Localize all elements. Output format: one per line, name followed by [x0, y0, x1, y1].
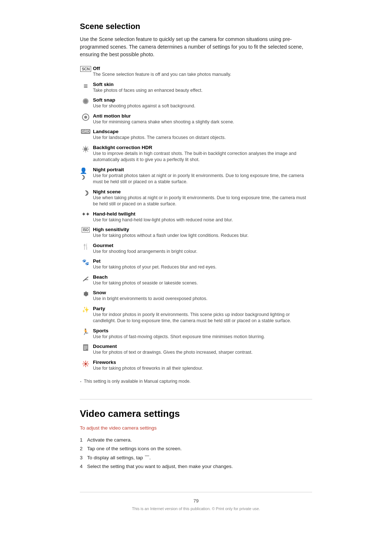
scene-item-backlight: Backlight correction HDR Use to improve …: [80, 145, 312, 163]
svg-line-25: [83, 361, 85, 362]
scene-desc-gourmet: Use for shooting food arrangements in br…: [93, 249, 312, 255]
svg-point-3: [84, 116, 87, 119]
scene-title-gourmet: Gourmet: [93, 243, 312, 248]
page-footer: 79 This is an Internet version of this p…: [80, 492, 312, 511]
scene-list: SCN Off The Scene selection feature is o…: [80, 66, 312, 372]
scene-icon-document: [80, 344, 91, 351]
svg-line-26: [87, 365, 88, 366]
scene-icon-soft-skin: ≡: [80, 82, 91, 90]
scene-desc-fireworks: Use for taking photos of fireworks in al…: [93, 365, 312, 372]
svg-rect-15: [83, 344, 88, 351]
video-step-3: 3 To display all settings, tap ￣.: [80, 454, 312, 461]
scene-desc-party: Use for indoor photos in poorly lit envi…: [93, 312, 312, 324]
scene-item-party: ✨ Party Use for indoor photos in poorly …: [80, 306, 312, 324]
scene-icon-night-portrait: 👤☽: [80, 167, 91, 181]
scene-title-pet: Pet: [93, 258, 312, 264]
scene-desc-soft-snap: Use for shooting photos against a soft b…: [93, 103, 312, 110]
scene-title-backlight: Backlight correction HDR: [93, 145, 312, 150]
scene-title-night-scene: Night scene: [93, 189, 312, 194]
video-step-4-text: Select the setting that you want to adju…: [87, 463, 233, 470]
scene-desc-night-portrait: Use for portrait photos taken at night o…: [93, 173, 312, 185]
scene-title-party: Party: [93, 306, 312, 311]
scene-desc-high-sensitivity: Use for taking photos without a flash un…: [93, 233, 312, 239]
footnote-text: This setting is only available in Manual…: [84, 379, 191, 384]
scene-title-anti-motion: Anti motion blur: [93, 113, 312, 119]
scene-desc-backlight: Use to improve details in high contrast …: [93, 151, 312, 163]
svg-point-4: [84, 147, 87, 151]
scene-item-fireworks: Fireworks Use for taking photos of firew…: [80, 360, 312, 372]
scene-desc-pet: Use for taking photos of your pet. Reduc…: [93, 264, 312, 271]
scene-icon-landscape: GRD: [80, 129, 91, 134]
scene-desc-document: Use for photos of text or drawings. Give…: [93, 349, 312, 356]
scene-title-soft-skin: Soft skin: [93, 82, 312, 87]
scene-item-beach: Beach Use for taking photos of seaside o…: [80, 274, 312, 287]
scene-desc-beach: Use for taking photos of seaside or lake…: [93, 280, 312, 287]
scene-section-title: Scene selection: [80, 22, 312, 31]
video-link-text[interactable]: To adjust the video camera settings: [80, 425, 312, 431]
video-step-1-text: Activate the camera.: [87, 436, 132, 444]
scene-title-beach: Beach: [93, 274, 312, 280]
svg-point-20: [85, 363, 87, 365]
scene-desc-off: The Scene selection feature is off and y…: [93, 71, 312, 78]
video-steps-list: 1 Activate the camera. 2 Tap one of the …: [80, 436, 312, 470]
scene-item-high-sensitivity: ISO High sensitivity Use for taking phot…: [80, 227, 312, 239]
footer-text: This is an Internet version of this publ…: [80, 506, 312, 511]
scene-icon-soft-snap: [80, 97, 91, 105]
scene-title-sports: Sports: [93, 328, 312, 333]
scene-intro: Use the Scene selection feature to quick…: [80, 36, 312, 58]
scene-icon-sports: 🏃: [80, 328, 91, 335]
svg-line-12: [83, 151, 84, 151]
scene-item-soft-snap: Soft snap Use for shooting photos agains…: [80, 97, 312, 110]
scene-title-document: Document: [93, 344, 312, 349]
footnote: · This setting is only available in Manu…: [80, 379, 312, 385]
video-step-1: 1 Activate the camera.: [80, 436, 312, 444]
scene-desc-soft-skin: Take photos of faces using an enhanced b…: [93, 87, 312, 94]
page-container: Scene selection Use the Scene selection …: [51, 0, 341, 533]
scene-icon-high-sensitivity: ISO: [80, 227, 91, 233]
scene-title-night-portrait: Night portrait: [93, 167, 312, 172]
svg-line-10: [87, 151, 88, 151]
scene-title-twilight: Hand-held twilight: [93, 211, 312, 217]
scene-title-landscape: Landscape: [93, 129, 312, 134]
scene-desc-anti-motion: Use for minimising camera shake when sho…: [93, 119, 312, 126]
scene-desc-snow: Use in bright environments to avoid over…: [93, 296, 312, 302]
scene-desc-night-scene: Use when taking photos at night or in po…: [93, 195, 312, 208]
scene-item-gourmet: 🍴 Gourmet Use for shooting food arrangem…: [80, 243, 312, 255]
scene-icon-party: ✨: [80, 306, 91, 313]
scene-icon-pet: 🐾: [80, 258, 91, 266]
scene-icon-snow: ❄: [80, 290, 91, 298]
scene-icon-off: SCN: [80, 66, 91, 72]
scene-item-sports: 🏃 Sports Use for photos of fast-moving o…: [80, 328, 312, 340]
scene-icon-fireworks: [80, 360, 91, 368]
scene-icon-gourmet: 🍴: [80, 243, 91, 250]
scene-item-twilight: ✦✦ Hand-held twilight Use for taking han…: [80, 211, 312, 223]
page-number: 79: [80, 498, 312, 504]
video-step-2-text: Tap one of the settings icons on the scr…: [87, 445, 181, 452]
scene-item-night-scene: ☽ Night scene Use when taking photos at …: [80, 189, 312, 208]
scene-icon-anti-motion: [80, 113, 91, 121]
scene-icon-beach: [80, 274, 91, 283]
scene-item-landscape: GRD Landscape Use for landscape photos. …: [80, 129, 312, 141]
scene-item-anti-motion: Anti motion blur Use for minimising came…: [80, 113, 312, 126]
scene-item-night-portrait: 👤☽ Night portrait Use for portrait photo…: [80, 167, 312, 185]
video-step-4: 4 Select the setting that you want to ad…: [80, 463, 312, 470]
video-step-2: 2 Tap one of the settings icons on the s…: [80, 445, 312, 452]
svg-line-9: [83, 147, 84, 147]
svg-line-28: [83, 365, 85, 366]
scene-desc-twilight: Use for taking hand-held low-light photo…: [93, 217, 312, 223]
scene-title-fireworks: Fireworks: [93, 360, 312, 365]
video-step-3-text: To display all settings, tap ￣.: [87, 454, 151, 461]
scene-item-document: Document Use for photos of text or drawi…: [80, 344, 312, 356]
scene-icon-night-scene: ☽: [80, 189, 91, 197]
scene-desc-sports: Use for photos of fast-moving objects. S…: [93, 334, 312, 340]
scene-item-soft-skin: ≡ Soft skin Take photos of faces using a…: [80, 82, 312, 94]
svg-point-1: [84, 99, 87, 103]
scene-item-snow: ❄ Snow Use in bright environments to avo…: [80, 290, 312, 302]
scene-title-high-sensitivity: High sensitivity: [93, 227, 312, 232]
scene-icon-backlight: [80, 145, 91, 153]
video-section-title: Video camera settings: [80, 408, 312, 419]
svg-line-11: [87, 147, 88, 147]
scene-title-off: Off: [93, 66, 312, 71]
svg-line-27: [87, 361, 88, 362]
scene-icon-twilight: ✦✦: [80, 211, 91, 217]
